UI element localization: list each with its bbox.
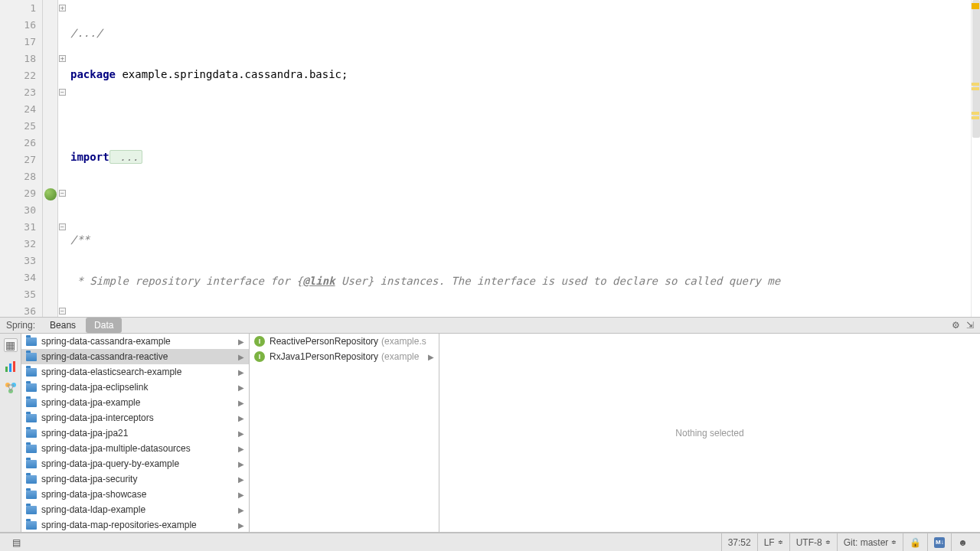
- status-markdown-icon[interactable]: M↓: [927, 533, 951, 551]
- repository-list[interactable]: IReactivePersonRepository(example.s IRxJ…: [250, 334, 439, 532]
- panel-view-icon[interactable]: ▦: [4, 338, 18, 352]
- repository-item[interactable]: IReactivePersonRepository(example.s: [250, 334, 439, 349]
- line-number-gutter: 1 16 17 18 22 23 24 25 26 27 28 29 30 31…: [0, 0, 43, 317]
- module-label: spring-data-jpa-security: [41, 474, 137, 484]
- package-name: example.springdata.cassandra.basic;: [116, 68, 348, 80]
- fold-toggle-icon[interactable]: +: [59, 5, 66, 11]
- scrollbar-warning-mark[interactable]: [972, 3, 979, 9]
- module-item[interactable]: spring-data-jpa-eclipselink▶: [21, 380, 249, 395]
- repository-pkg: (example: [381, 351, 419, 362]
- repository-name: ReactivePersonRepository: [270, 336, 378, 347]
- module-label: spring-data-jpa-showcase: [41, 489, 146, 500]
- spring-panel-label: Spring:: [0, 320, 41, 331]
- scrollbar-warning-mark[interactable]: [972, 83, 979, 86]
- module-icon: [26, 460, 37, 468]
- javadoc-line: * Simple repository interface for {: [70, 275, 302, 287]
- line-number: 25: [0, 118, 36, 135]
- status-messages-icon[interactable]: ▤: [6, 533, 27, 551]
- fold-toggle-icon[interactable]: −: [59, 223, 66, 230]
- module-icon: [26, 383, 37, 392]
- module-item[interactable]: spring-data-jpa-jpa21▶: [21, 425, 249, 441]
- module-icon: [26, 506, 37, 514]
- chevron-right-icon: ▶: [238, 491, 244, 499]
- panel-chart-icon[interactable]: [4, 360, 18, 373]
- status-encoding[interactable]: UTF-8≑: [789, 533, 837, 551]
- repository-pkg: (example.s: [381, 336, 426, 347]
- module-item[interactable]: spring-data-map-repositories-example▶: [21, 517, 249, 532]
- module-item[interactable]: spring-data-jpa-showcase▶: [21, 487, 249, 502]
- module-item[interactable]: spring-data-ldap-example▶: [21, 502, 249, 517]
- repository-item[interactable]: IRxJava1PersonRepository(example▶: [250, 349, 439, 364]
- module-item[interactable]: spring-data-jpa-example▶: [21, 395, 249, 410]
- fold-toggle-icon[interactable]: −: [59, 308, 66, 315]
- chevron-right-icon: ▶: [428, 353, 434, 361]
- line-number: 29: [0, 185, 36, 202]
- chevron-right-icon: ▶: [238, 414, 244, 422]
- status-caret-pos[interactable]: 37:52: [721, 533, 757, 551]
- chevron-right-icon: ▶: [238, 368, 244, 377]
- module-icon: [26, 445, 37, 453]
- panel-toolbar: ▦: [0, 334, 21, 532]
- status-line-ending[interactable]: LF≑: [757, 533, 789, 551]
- status-lock-icon[interactable]: 🔒: [903, 533, 927, 551]
- svg-rect-2: [13, 361, 15, 372]
- line-number: 24: [0, 101, 36, 118]
- module-icon: [26, 399, 37, 407]
- module-item[interactable]: spring-data-jpa-multiple-datasources▶: [21, 441, 249, 456]
- folded-imports[interactable]: ...: [109, 150, 143, 164]
- module-icon: [26, 414, 37, 422]
- status-inspections-icon[interactable]: ☻: [951, 533, 974, 551]
- module-list[interactable]: spring-data-cassandra-example▶ spring-da…: [21, 334, 250, 532]
- module-icon: [26, 475, 37, 484]
- interface-icon: I: [254, 336, 265, 347]
- chevron-right-icon: ▶: [238, 399, 244, 407]
- module-item[interactable]: spring-data-cassandra-reactive▶: [21, 349, 249, 364]
- module-item[interactable]: spring-data-elasticsearch-example▶: [21, 364, 249, 380]
- chevron-right-icon: ▶: [238, 383, 244, 392]
- tab-data[interactable]: Data: [86, 318, 122, 333]
- fold-toggle-icon[interactable]: +: [59, 55, 66, 62]
- line-number: 26: [0, 135, 36, 152]
- tab-beans[interactable]: Beans: [41, 318, 84, 333]
- module-label: spring-data-jpa-eclipselink: [41, 382, 148, 393]
- module-label: spring-data-jpa-query-by-example: [41, 458, 179, 469]
- spring-bean-icon[interactable]: [44, 188, 57, 201]
- module-item[interactable]: spring-data-cassandra-example▶: [21, 334, 249, 349]
- module-item[interactable]: spring-data-jpa-interceptors▶: [21, 410, 249, 425]
- javadoc-line: /**: [70, 233, 90, 246]
- minimize-panel-icon[interactable]: ⇲: [966, 320, 974, 331]
- module-icon: [26, 491, 37, 499]
- code-content[interactable]: /.../ package example.springdata.cassand…: [67, 0, 971, 317]
- spring-panel-tabs: Spring: Beans Data ⚙ ⇲: [0, 317, 980, 334]
- fold-toggle-icon[interactable]: −: [59, 190, 66, 197]
- module-icon: [26, 337, 37, 346]
- line-number: 35: [0, 286, 36, 303]
- scrollbar-warning-mark[interactable]: [972, 112, 979, 115]
- chevron-right-icon: ▶: [238, 353, 244, 361]
- chevron-right-icon: ▶: [238, 475, 244, 484]
- folded-region[interactable]: /.../: [70, 27, 103, 39]
- chevron-right-icon: ▶: [238, 506, 244, 514]
- editor-scrollbar[interactable]: [971, 0, 980, 317]
- status-bar: ▤ 37:52 LF≑ UTF-8≑ Git: master≑ 🔒 M↓ ☻: [0, 533, 980, 551]
- svg-rect-0: [5, 367, 8, 372]
- line-number: 30: [0, 202, 36, 219]
- chevron-right-icon: ▶: [238, 460, 244, 468]
- fold-toggle-icon[interactable]: −: [59, 89, 66, 96]
- line-number: 23: [0, 84, 36, 101]
- module-label: spring-data-map-repositories-example: [41, 520, 197, 530]
- scrollbar-warning-mark[interactable]: [972, 87, 979, 90]
- panel-diagram-icon[interactable]: [4, 381, 18, 395]
- detail-pane: Nothing selected: [439, 334, 980, 532]
- module-item[interactable]: spring-data-jpa-security▶: [21, 471, 249, 487]
- status-git-branch[interactable]: Git: master≑: [837, 533, 903, 551]
- scrollbar-warning-mark[interactable]: [972, 116, 979, 119]
- gear-icon[interactable]: ⚙: [952, 320, 960, 331]
- module-label: spring-data-ldap-example: [41, 504, 145, 515]
- javadoc-link-target: User: [335, 275, 368, 287]
- editor-area: 1 16 17 18 22 23 24 25 26 27 28 29 30 31…: [0, 0, 980, 317]
- module-item[interactable]: spring-data-jpa-query-by-example▶: [21, 456, 249, 471]
- module-icon: [26, 368, 37, 377]
- module-label: spring-data-jpa-example: [41, 397, 140, 408]
- keyword-package: package: [70, 68, 116, 80]
